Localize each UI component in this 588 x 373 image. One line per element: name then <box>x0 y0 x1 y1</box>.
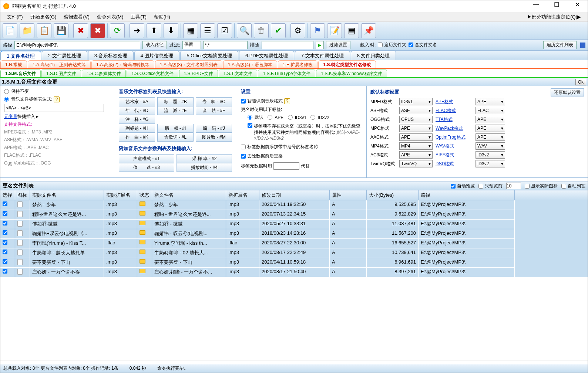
tag-button[interactable]: 含歌词 - #L <box>157 133 194 142</box>
open-folder-icon[interactable]: 📁 <box>20 23 34 38</box>
subtab-6[interactable]: 1.S.特定类型文件名修改 <box>318 60 376 68</box>
format-link[interactable]: TTA格式 <box>436 116 473 123</box>
tag-button[interactable]: 注 释 - #G <box>119 115 155 124</box>
trash-icon[interactable]: 🗑 <box>254 23 269 38</box>
pin-icon[interactable]: 📌 <box>361 23 376 38</box>
format-select[interactable]: TwinVQ ▾ <box>399 160 433 167</box>
format-link[interactable]: OptimFrog格式 <box>436 134 473 140</box>
typetab-0[interactable]: 1.S.M.音乐文件 <box>0 69 41 77</box>
tab-0[interactable]: 1.文件名处理 <box>0 51 41 60</box>
arrow-down-icon[interactable]: ⬇ <box>164 23 178 38</box>
typetab-5[interactable]: 1.S.T.文本文件 <box>219 69 258 77</box>
format-select[interactable]: WAV ▾ <box>476 142 505 150</box>
filter-mode-select[interactable]: 保留 <box>182 41 201 49</box>
row-checkbox[interactable] <box>3 259 7 264</box>
menu-file[interactable]: 文件(F) <box>3 12 27 22</box>
column-header[interactable]: 选择 <box>0 190 15 200</box>
checklist-icon[interactable]: ☑ <box>217 23 232 38</box>
keep-unchanged-radio[interactable]: 保持不变 <box>4 88 111 95</box>
search-icon[interactable]: 🔍 <box>237 23 252 38</box>
format-select[interactable]: APE ▾ <box>399 133 433 141</box>
column-header[interactable]: 属性 <box>330 190 367 200</box>
tag-button[interactable]: 音 轨 - #F <box>196 106 232 115</box>
dropdown-icon[interactable] <box>580 43 585 48</box>
help-icon[interactable]: ? <box>54 96 60 102</box>
filter-pattern-input[interactable] <box>203 41 248 49</box>
table-row[interactable]: 要不要买菜 - 下山.mp3要不要买菜 - 下山.mp32020/04/11 1… <box>0 258 588 268</box>
column-header[interactable]: 图标 <box>15 190 30 200</box>
traverse-button[interactable]: 遍历文件列表 <box>543 41 577 49</box>
format-select[interactable]: ID3v1 ▾ <box>399 98 433 105</box>
apply-filter-button[interactable]: ▶ <box>316 41 324 49</box>
format-link[interactable]: APE格式 <box>436 99 473 105</box>
table-icon[interactable]: ▤ <box>344 23 359 38</box>
bracket-checkbox[interactable]: 标签数据前添加带中括号的标签名称 <box>241 144 363 150</box>
table-row[interactable]: 梦然 - 少年.mp3梦然 - 少年.mp32020/04/11 19:32:5… <box>0 200 588 210</box>
typetab-4[interactable]: 1.S.P.PDF文件 <box>179 69 218 77</box>
grid-scrollbar[interactable] <box>0 360 588 364</box>
column-header[interactable]: 实际扩展名 <box>104 190 137 200</box>
tab-3[interactable]: 4.图片信息处理 <box>134 51 180 60</box>
typetab-1[interactable]: 1.S.D.图片文件 <box>41 69 81 77</box>
refresh-icon[interactable]: ⟳ <box>110 23 125 38</box>
filter-settings-button[interactable]: 过滤设置 <box>326 41 350 49</box>
list-icon[interactable]: ☰ <box>200 23 215 38</box>
column-header[interactable]: 实际文件名 <box>30 190 104 200</box>
file-grid[interactable]: 选择图标实际文件名实际扩展名状态新文件名新扩展名修改日期属性大小(Bytes)路… <box>0 190 588 360</box>
format-select[interactable]: APE ▾ <box>399 151 433 159</box>
format-select[interactable]: APE ▾ <box>476 125 505 132</box>
delete-all-icon[interactable]: ✖ <box>90 23 105 38</box>
load-path-button[interactable]: 载入路径 <box>142 41 167 49</box>
format-select[interactable]: ID3v2 ▾ <box>476 160 505 167</box>
tag-button[interactable]: 版 权 - #I <box>157 124 194 133</box>
tab-1[interactable]: 2.文件属性处理 <box>42 51 87 60</box>
ok-button[interactable]: Ok <box>575 79 586 85</box>
tag-id3v1-radio[interactable]: ID3v1 <box>288 115 306 120</box>
apply-icon[interactable]: ✔ <box>271 23 286 38</box>
row-checkbox[interactable] <box>3 221 7 226</box>
column-header[interactable]: 路径 <box>419 190 515 200</box>
minimize-button[interactable]: — <box>528 1 543 11</box>
new-file-icon[interactable]: 📄 <box>3 23 17 38</box>
notes-icon[interactable]: 📝 <box>327 23 342 38</box>
auto-width-checkbox[interactable]: 自动列宽 <box>561 183 585 189</box>
arrow-up-icon[interactable]: ⬆ <box>147 23 161 38</box>
sliders-icon[interactable]: ⚙ <box>290 23 305 38</box>
table-row[interactable]: 李闰珉(Yiruma) - Kiss T....flacYiruma 李闰珉 -… <box>0 239 588 248</box>
metavar-link[interactable]: 元变量快捷插入 ▸ <box>4 113 111 120</box>
subtab-2[interactable]: 1.A.高级(2)：编码与转换等 <box>91 60 154 68</box>
delete-icon[interactable]: ✖ <box>73 23 88 38</box>
only-preview-count-input[interactable] <box>506 183 521 189</box>
tag-button[interactable]: 流 派 - #E <box>157 106 194 115</box>
tag-default-radio[interactable]: 默认 <box>248 114 263 121</box>
tag-button[interactable]: 作 曲 - #K <box>119 133 155 142</box>
typetab-7[interactable]: 1.S.K.安卓和Windows程序文件 <box>316 69 387 77</box>
expr-radio[interactable]: 音乐文件标签表达式: ? <box>4 96 111 102</box>
fallback-checkbox[interactable]: 标签项不存在或为空（或空格）时，按照以下优先级查找并使用其它种类的相同标签项内容… <box>248 123 363 141</box>
format-select[interactable]: MP4 ▾ <box>399 142 433 150</box>
param-button[interactable]: 采 样 率 - #2 <box>177 154 232 163</box>
subtab-3[interactable]: 1.A.高级(3)：文件名对照列表 <box>155 60 222 68</box>
tag-button[interactable]: 编 码 - #J <box>196 124 232 133</box>
table-row[interactable]: 庄心妍 - 一万个舍不得.mp3庄心妍,祁隆 - 一万个舍不....mp3202… <box>0 268 588 277</box>
recurse-checkbox[interactable]: 遍历文件夹 <box>378 42 406 48</box>
tab-6[interactable]: 7.文本文件属性处理 <box>295 51 350 60</box>
format-select[interactable]: ASF ▾ <box>399 107 433 114</box>
format-select[interactable]: APE ▾ <box>399 125 433 132</box>
maximize-button[interactable]: ☐ <box>549 1 564 11</box>
table-row[interactable]: 程响-世界这么大还是遇....mp3程响 - 世界这么大还是遇....mp320… <box>0 210 588 220</box>
quick-nav[interactable]: ▶部分功能快速定位(Q)▶ <box>523 12 585 22</box>
row-checkbox[interactable] <box>3 201 7 206</box>
column-header[interactable]: 修改日期 <box>259 190 330 200</box>
format-link[interactable]: DSD格式 <box>436 161 473 167</box>
subtab-5[interactable]: 1.E.扩展名修改 <box>278 60 317 68</box>
format-select[interactable]: APE ▾ <box>476 133 505 141</box>
smart-detect-checkbox[interactable]: 智能识别音乐格式 ? <box>241 98 363 104</box>
tag-button[interactable]: 专 辑 - #C <box>196 97 232 106</box>
typetab-3[interactable]: 1.S.O.Office文档文件 <box>127 69 178 77</box>
format-link[interactable]: WAV格式 <box>436 143 473 149</box>
help-icon[interactable]: ? <box>284 98 290 104</box>
format-select[interactable]: OPUS ▾ <box>399 116 433 123</box>
only-preview-checkbox[interactable]: 只预览前 <box>478 183 503 189</box>
exclude-input[interactable] <box>262 41 313 49</box>
